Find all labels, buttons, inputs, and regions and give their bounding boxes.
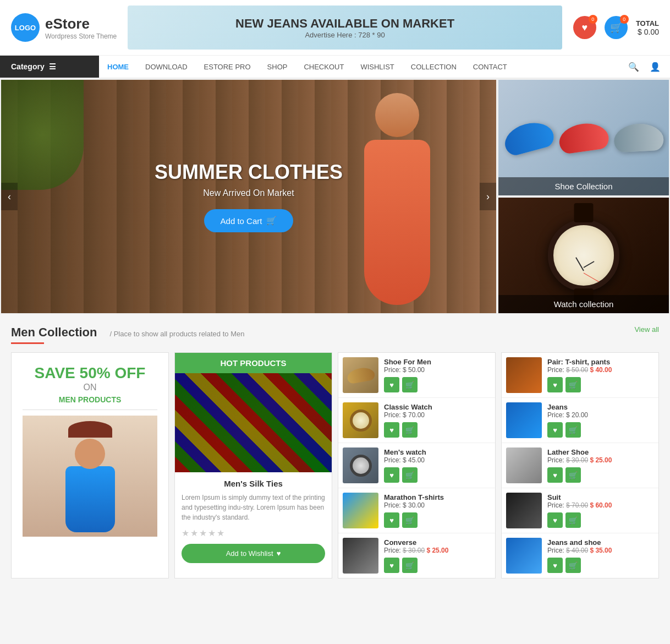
product-price: Price: $ 70.00 $ 60.00: [547, 501, 654, 509]
cart-action-button[interactable]: 🛒: [402, 377, 418, 392]
hero-content: SUMMER CLOTHES New Arrived On Market Add…: [155, 161, 343, 232]
wishlist-action-button[interactable]: ♥: [547, 377, 563, 392]
navigation: Category ☰ HOME DOWNLOAD ESTORE PRO SHOP…: [0, 56, 670, 79]
hot-product-description: Lorem Ipsum is simply dummy text of the …: [182, 493, 325, 522]
product-name: Classic Watch: [384, 403, 491, 411]
nav-wishlist[interactable]: WISHLIST: [352, 56, 402, 78]
product-thumbnail: [506, 447, 542, 483]
product-actions: ♥ 🛒: [384, 377, 491, 392]
logo-area: LOGO eStore Wordpress Store Theme: [11, 13, 117, 42]
view-all-link[interactable]: View all: [634, 325, 659, 334]
product-thumbnail: [506, 493, 542, 528]
cart-action-button[interactable]: 🛒: [565, 422, 581, 438]
nav-home[interactable]: HOME: [99, 56, 137, 78]
nav-download[interactable]: DOWNLOAD: [137, 56, 196, 78]
wishlist-action-button[interactable]: ♥: [384, 558, 399, 573]
wishlist-action-button[interactable]: ♥: [384, 377, 399, 392]
nav-shop[interactable]: SHOP: [259, 56, 296, 78]
cart-button[interactable]: 🛒 0: [605, 16, 628, 39]
logo[interactable]: LOGO: [11, 13, 40, 42]
wishlist-action-button[interactable]: ♥: [384, 512, 399, 528]
cart-action-button[interactable]: 🛒: [565, 558, 581, 573]
add-to-cart-button[interactable]: Add to Cart 🛒: [204, 209, 294, 232]
product-name: Men's watch: [384, 448, 491, 456]
heart-icon: ♥: [582, 22, 588, 34]
section-title: Men Collection: [11, 325, 97, 340]
product-info: Suit Price: $ 70.00 $ 60.00 ♥ 🛒: [547, 493, 654, 528]
shoe-collection-label: Shoe Collection: [498, 177, 669, 195]
product-info: Shoe For Men Price: $ 50.00 ♥ 🛒: [384, 358, 491, 392]
hero-section: SUMMER CLOTHES New Arrived On Market Add…: [0, 79, 670, 314]
save-divider: [23, 410, 157, 410]
category-button[interactable]: Category ☰: [0, 56, 99, 78]
product-name: Suit: [547, 493, 654, 501]
product-actions: ♥ 🛒: [384, 467, 491, 483]
hero-prev-button[interactable]: ‹: [1, 183, 18, 210]
total-area: TOTAL $ 0.00: [636, 19, 659, 36]
promo-banner[interactable]: NEW JEANS AVAILABLE ON MARKET Advertise …: [128, 6, 562, 50]
product-thumbnail: [343, 538, 378, 574]
nav-checkout[interactable]: CHECKOUT: [295, 56, 352, 78]
product-name: Lather Shoe: [547, 448, 654, 456]
hero-right-panels: Shoe Collection: [498, 80, 669, 313]
hero-next-button[interactable]: ›: [480, 183, 496, 210]
cart-action-button[interactable]: 🛒: [565, 512, 581, 528]
product-actions: ♥ 🛒: [384, 512, 491, 528]
hot-product-image: [175, 373, 332, 472]
watch-collection-panel[interactable]: Watch collection: [498, 198, 669, 313]
hamburger-icon: ☰: [49, 62, 56, 71]
wishlist-badge: 0: [589, 15, 597, 24]
cart-action-button[interactable]: 🛒: [402, 422, 418, 438]
product-info: Converse Price: $ 30.00 $ 25.00 ♥ 🛒: [384, 538, 491, 573]
product-name: Pair: T-shirt, pants: [547, 358, 654, 366]
nav-contact[interactable]: CONTACT: [465, 56, 515, 78]
nav-collection[interactable]: COLLECTION: [403, 56, 465, 78]
product-item-jeans-shoe: Jeans and shoe Price: $ 40.00 $ 35.00 ♥ …: [502, 533, 658, 578]
product-name: Jeans: [547, 403, 654, 411]
wishlist-action-button[interactable]: ♥: [547, 467, 563, 483]
hot-product-content: Men's Silk Ties Lorem Ipsum is simply du…: [175, 472, 332, 570]
header-icons: ♥ 0 🛒 0 TOTAL $ 0.00: [573, 16, 659, 39]
user-button[interactable]: 👤: [646, 57, 664, 76]
men-collection-section: Men Collection / Place to show all produ…: [0, 314, 670, 590]
watch-collection-label: Watch collection: [498, 295, 669, 313]
wishlist-button[interactable]: ♥ 0: [573, 16, 596, 39]
cart-action-button[interactable]: 🛒: [565, 467, 581, 483]
cart-action-button[interactable]: 🛒: [565, 377, 581, 392]
shoe-collection-panel[interactable]: Shoe Collection: [498, 80, 669, 195]
product-price: Price: $ 50.00: [384, 366, 491, 374]
product-name: Jeans and shoe: [547, 538, 654, 547]
product-thumbnail: [343, 493, 378, 528]
cart-action-button[interactable]: 🛒: [402, 558, 418, 573]
wishlist-action-button[interactable]: ♥: [547, 422, 563, 438]
product-info: Marathon T-shirts Price: $ 30.00 ♥ 🛒: [384, 493, 491, 528]
wishlist-action-button[interactable]: ♥: [547, 512, 563, 528]
search-button[interactable]: 🔍: [624, 57, 643, 76]
wishlist-action-button[interactable]: ♥: [384, 467, 399, 483]
save-products: MEN PRODUCTS: [23, 395, 157, 404]
nav-estore-pro[interactable]: ESTORE PRO: [196, 56, 259, 78]
product-price: Price: $ 40.00 $ 35.00: [547, 547, 654, 554]
product-item-classic-watch: Classic Watch Price: $ 70.00 ♥ 🛒: [338, 398, 495, 443]
save-card: SAVE 50% OFF ON MEN PRODUCTS: [11, 352, 169, 578]
total-label: TOTAL: [636, 19, 659, 28]
cart-icon: 🛒: [610, 21, 622, 34]
user-icon: 👤: [650, 62, 661, 72]
product-info: Men's watch Price: $ 45.00 ♥ 🛒: [384, 448, 491, 483]
product-price: Price: $ 30.00 $ 25.00: [547, 456, 654, 464]
cart-badge: 0: [620, 15, 629, 24]
cart-action-button[interactable]: 🛒: [402, 467, 418, 483]
add-to-wishlist-button[interactable]: Add to Wishlist ♥: [182, 544, 325, 563]
section-title-area: Men Collection / Place to show all produ…: [11, 325, 244, 344]
hot-products-header: HOT PRODUCTS: [175, 353, 332, 373]
banner-subtitle: Advertise Here : 728 * 90: [305, 31, 385, 39]
wishlist-action-button[interactable]: ♥: [547, 558, 563, 573]
product-price: Price: $ 30.00: [384, 501, 491, 509]
banner-title: NEW JEANS AVAILABLE ON MARKET: [235, 17, 454, 31]
cart-action-button[interactable]: 🛒: [402, 512, 418, 528]
hot-products-card: HOT PRODUCTS Men's Silk Ties Lorem Ipsum…: [174, 352, 332, 578]
header: LOGO eStore Wordpress Store Theme NEW JE…: [0, 0, 670, 56]
save-on: ON: [23, 383, 157, 392]
wishlist-action-button[interactable]: ♥: [384, 422, 399, 438]
product-rating: ★★★★★: [182, 528, 325, 538]
